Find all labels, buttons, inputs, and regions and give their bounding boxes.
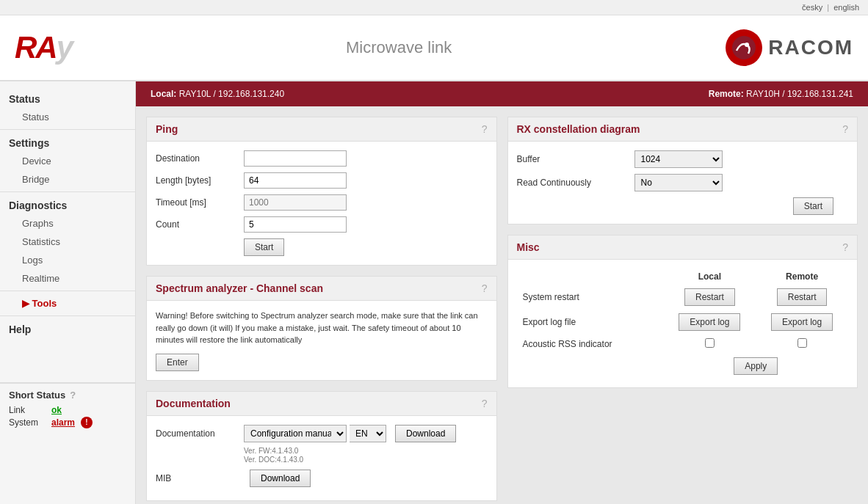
rx-start-wrapper: Start <box>517 197 849 215</box>
sidebar-item-tools[interactable]: ▶ Tools <box>0 294 135 313</box>
remote-value: RAY10H / 192.168.131.241 <box>746 89 853 99</box>
link-label: Link <box>9 405 46 415</box>
local-info: Local: RAY10L / 192.168.131.240 <box>151 89 284 99</box>
header-title: Microwave link <box>346 38 452 57</box>
documentation-body: Documentation Configuration manual EN CZ <box>147 416 496 500</box>
count-row: Count <box>156 216 488 233</box>
rx-header: RX constellation diagram ? <box>508 117 858 142</box>
count-label: Count <box>156 219 244 230</box>
main-layout: Status Status Settings Device Bridge Dia… <box>0 81 868 504</box>
export-log-local-button[interactable]: Export log <box>679 313 740 331</box>
acoustic-rss-row: Acoustic RSS indicator <box>517 335 849 354</box>
logo-racom: RACOM <box>726 29 853 66</box>
doc-ver-fw: Ver. FW:4.1.43.0 <box>244 447 488 455</box>
short-status-header: Short Status ? <box>9 390 126 401</box>
spectrum-warning: Warning! Before switching to Spectrum an… <box>156 310 488 346</box>
restart-local-cell: Restart <box>664 285 756 310</box>
short-status: Short Status ? Link ok System alarm ! <box>0 382 135 436</box>
length-input[interactable] <box>244 172 347 189</box>
misc-help[interactable]: ? <box>842 241 848 253</box>
local-col-header: Local <box>664 269 756 285</box>
export-log-local-cell: Export log <box>664 310 756 335</box>
acoustic-rss-remote-cell <box>756 335 848 354</box>
ping-body: Destination Length [bytes] Timeout [ms] <box>147 142 496 265</box>
length-label: Length [bytes] <box>156 175 244 186</box>
doc-download-button-2[interactable]: Download <box>250 470 311 487</box>
spectrum-help[interactable]: ? <box>482 282 488 294</box>
documentation-help[interactable]: ? <box>482 398 488 409</box>
restart-remote-cell: Restart <box>756 285 848 310</box>
system-restart-label: System restart <box>517 285 664 310</box>
timeout-label: Timeout [ms] <box>156 197 244 208</box>
ping-help[interactable]: ? <box>482 123 488 135</box>
doc-lang-select[interactable]: EN CZ <box>350 425 386 442</box>
ping-start-button[interactable]: Start <box>244 238 284 256</box>
conn-bar: Local: RAY10L / 192.168.131.240 Remote: … <box>136 81 868 106</box>
sidebar-section-status: Status <box>0 89 135 108</box>
short-status-help[interactable]: ? <box>70 390 76 401</box>
count-input[interactable] <box>244 216 347 233</box>
sidebar-item-graphs[interactable]: Graphs <box>0 214 135 233</box>
svg-point-0 <box>732 36 756 59</box>
read-continuously-select[interactable]: No Yes <box>634 174 723 191</box>
local-label: Local: <box>151 89 176 99</box>
export-log-label: Export log file <box>517 310 664 335</box>
spectrum-title: Spectrum analyzer - Channel scan <box>156 282 323 294</box>
sidebar-section-help: Help <box>0 319 135 338</box>
sidebar-item-device[interactable]: Device <box>0 152 135 170</box>
right-col: RX constellation diagram ? Buffer 512 10… <box>507 117 858 504</box>
export-log-remote-button[interactable]: Export log <box>771 313 833 331</box>
racom-text: RACOM <box>768 36 853 59</box>
alarm-icon: ! <box>81 417 93 428</box>
acoustic-rss-label: Acoustic RSS indicator <box>517 335 664 354</box>
acoustic-rss-local-checkbox[interactable] <box>705 338 715 348</box>
doc-download-button-1[interactable]: Download <box>395 425 456 442</box>
link-value[interactable]: ok <box>51 405 62 415</box>
timeout-row: Timeout [ms] <box>156 194 488 211</box>
destination-input[interactable] <box>244 150 347 167</box>
documentation-card: Documentation ? Documentation Configurat… <box>146 391 497 501</box>
sidebar-item-logs[interactable]: Logs <box>0 251 135 269</box>
doc-versions: Ver. FW:4.1.43.0 Ver. DOC:4.1.43.0 <box>244 447 488 464</box>
apply-row: Apply <box>517 354 849 379</box>
export-log-row: Export log file Export log Export log <box>517 310 849 335</box>
mib-label: MIB <box>156 473 244 483</box>
restart-remote-button[interactable]: Restart <box>777 288 828 306</box>
lang-bar: česky | english <box>0 0 868 15</box>
documentation-header: Documentation ? <box>147 392 496 416</box>
header: RAy Microwave link RACOM <box>0 15 868 81</box>
misc-title: Misc <box>517 241 540 253</box>
rx-body: Buffer 512 1024 2048 Read Continuously <box>508 142 858 224</box>
destination-row: Destination <box>156 150 488 167</box>
doc-row-mib: MIB Download <box>156 470 488 487</box>
doc-manual-select[interactable]: Configuration manual <box>244 425 347 442</box>
lang-sep: | <box>827 3 829 12</box>
short-status-title: Short Status <box>9 390 65 401</box>
remote-info: Remote: RAY10H / 192.168.131.241 <box>709 89 853 99</box>
rx-start-button[interactable]: Start <box>793 197 833 215</box>
restart-local-button[interactable]: Restart <box>684 288 735 306</box>
ping-title: Ping <box>156 123 178 135</box>
english-link[interactable]: english <box>833 3 859 12</box>
sidebar-item-statistics[interactable]: Statistics <box>0 233 135 251</box>
doc-select-group: Configuration manual EN CZ Download <box>244 425 456 442</box>
spectrum-card: Spectrum analyzer - Channel scan ? Warni… <box>146 276 497 381</box>
sidebar-item-realtime[interactable]: Realtime <box>0 269 135 288</box>
system-status-row: System alarm ! <box>9 417 126 428</box>
timeout-input[interactable] <box>244 194 347 211</box>
czech-link[interactable]: česky <box>802 3 822 12</box>
rx-help[interactable]: ? <box>842 123 848 135</box>
spectrum-enter-button[interactable]: Enter <box>156 354 199 371</box>
sidebar-item-status[interactable]: Status <box>0 108 135 126</box>
spectrum-header: Spectrum analyzer - Channel scan ? <box>147 277 496 301</box>
spectrum-body: Warning! Before switching to Spectrum an… <box>147 301 496 380</box>
system-label: System <box>9 417 46 428</box>
destination-label: Destination <box>156 153 244 164</box>
sidebar-item-bridge[interactable]: Bridge <box>0 170 135 189</box>
buffer-select[interactable]: 512 1024 2048 <box>634 150 723 168</box>
svg-point-1 <box>745 43 749 47</box>
apply-button[interactable]: Apply <box>734 357 778 375</box>
system-value[interactable]: alarm <box>51 417 75 428</box>
misc-header: Misc ? <box>508 235 858 260</box>
acoustic-rss-remote-checkbox[interactable] <box>798 338 807 348</box>
